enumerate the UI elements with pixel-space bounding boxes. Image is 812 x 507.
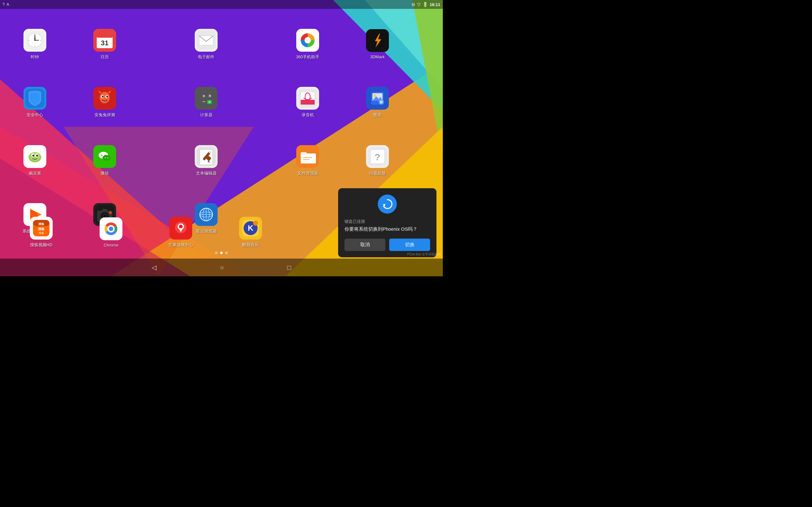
svg-text:+: + (202, 93, 205, 99)
svg-text:视频: 视频 (39, 232, 44, 234)
svg-text:搜狐: 搜狐 (38, 227, 45, 231)
svg-point-69 (101, 155, 102, 156)
app-calculator[interactable]: + × − = 计算器 (190, 87, 222, 118)
security-label: 安全中心 (27, 112, 43, 118)
recorder-label: 录音机 (302, 112, 314, 118)
svg-text:12: 12 (34, 38, 36, 40)
email-icon (195, 29, 217, 52)
battery-full-icon: 🔋 (422, 2, 428, 7)
wechat-icon (93, 145, 116, 168)
3dmark-label: 3DMark (370, 55, 385, 59)
calculator-icon: + × − = (195, 87, 217, 110)
app-wechat[interactable]: 微信 (89, 145, 120, 176)
app-filemanager[interactable]: 文件管理器 (292, 145, 323, 176)
music-icon: K (239, 217, 262, 239)
recorder-icon (296, 87, 319, 110)
wechat-label: 微信 (101, 170, 109, 176)
dialog-app-icon (378, 194, 397, 214)
svg-point-27 (305, 37, 311, 43)
calendar-label: 日历 (101, 54, 109, 60)
app-email[interactable]: 电子邮件 (190, 29, 222, 60)
security-icon (23, 87, 46, 110)
dialog-phoenix-switch: 键盘已连接 你要将系统切换到Phoenix OS吗？ 取消 切换 (338, 188, 437, 257)
faq-label: 问题反馈 (369, 170, 386, 176)
svg-point-72 (107, 157, 108, 158)
app-antutu[interactable]: 安兔兔评测 (89, 87, 120, 118)
app-360[interactable]: 360手机助手 (292, 29, 323, 60)
wandoujia-label: 豌豆荚 (29, 170, 41, 176)
dialog-icon-row (345, 194, 430, 214)
nav-bar: ◁ ○ □ (0, 259, 443, 276)
svg-text:?: ? (374, 152, 380, 162)
app-texteditor[interactable]: 文本编辑器 (190, 145, 222, 176)
svg-point-68 (102, 155, 111, 161)
sohu-label: 搜狐视频HD (30, 242, 53, 248)
gallery-icon (366, 87, 389, 110)
svg-point-65 (36, 155, 38, 157)
question-icon: ? (3, 2, 5, 7)
battery-icon: ⊖ (411, 2, 415, 7)
calculator-label: 计算器 (200, 112, 212, 118)
dialog-confirm-button[interactable]: 切换 (389, 239, 430, 251)
texteditor-label: 文本编辑器 (196, 170, 217, 176)
svg-point-54 (374, 95, 376, 97)
app-gallery[interactable]: 图库 (362, 87, 393, 118)
dialog-cancel-button[interactable]: 取消 (345, 239, 386, 251)
back-button[interactable]: ◁ (152, 264, 156, 271)
app-faq[interactable]: ? 问题反馈 (362, 145, 393, 176)
svg-point-64 (32, 155, 34, 157)
svg-text:搜狐: 搜狐 (38, 222, 44, 226)
calendar-icon: 31 (93, 29, 116, 52)
status-bar: ? A ⊖ ▽ 🔋 16:11 (0, 0, 443, 9)
clock-display: 16:11 (430, 2, 440, 7)
sohu-icon: 搜狐 视频 搜狐 (30, 217, 53, 239)
svg-text:=: = (208, 100, 211, 104)
3dmark-icon (366, 29, 389, 52)
watermark: PCon line 太平洋电脑网 (405, 251, 443, 257)
svg-rect-21 (97, 33, 113, 38)
360-label: 360手机助手 (296, 54, 319, 60)
app-chrome[interactable]: Chrome (95, 217, 127, 247)
faq-icon: ? (366, 145, 389, 168)
svg-point-58 (380, 101, 382, 103)
filemanager-icon (296, 145, 319, 168)
dot-2-active (220, 251, 223, 254)
svg-text:31: 31 (101, 39, 108, 47)
page-dots (215, 251, 228, 254)
clock-icon: 12 (23, 29, 46, 52)
texteditor-icon (195, 145, 217, 168)
app-calendar[interactable]: 31 日历 (89, 29, 120, 60)
app-sohu[interactable]: 搜狐 视频 搜狐 搜狐视频HD (26, 217, 57, 248)
gallery-label: 图库 (373, 112, 382, 118)
home-button[interactable]: ○ (220, 264, 223, 271)
app-security[interactable]: 安全中心 (19, 87, 51, 118)
status-left-icons: ? A (3, 2, 9, 7)
app-clock[interactable]: 12 时钟 (19, 29, 51, 60)
a-icon: A (7, 2, 9, 7)
dialog-buttons: 取消 切换 (345, 239, 430, 251)
app-music[interactable]: K 酷我音乐 (235, 217, 266, 248)
svg-point-35 (102, 96, 104, 98)
app-recorder[interactable]: 录音机 (292, 87, 323, 118)
email-label: 电子邮件 (198, 54, 214, 60)
chrome-label: Chrome (104, 243, 118, 247)
gamecenter-icon (169, 217, 192, 239)
music-label: 酷我音乐 (242, 242, 259, 248)
svg-point-123 (253, 221, 258, 226)
status-right-icons: ⊖ ▽ 🔋 16:11 (411, 2, 440, 7)
app-gamecenter[interactable]: 艺果游戏中心 (165, 217, 197, 248)
dot-1 (215, 251, 217, 254)
svg-point-111 (109, 227, 113, 231)
clock-label: 时钟 (31, 54, 39, 60)
dot-3 (225, 251, 228, 254)
app-wandoujia[interactable]: 豌豆荚 (19, 145, 51, 176)
app-3dmark[interactable]: 3DMark (362, 29, 393, 59)
svg-point-70 (104, 155, 106, 156)
chrome-icon (100, 217, 122, 240)
svg-point-94 (109, 211, 112, 214)
svg-text:×: × (208, 93, 211, 99)
svg-text:−: − (202, 99, 205, 104)
antutu-label: 安兔兔评测 (95, 112, 115, 118)
recent-button[interactable]: □ (287, 264, 291, 271)
svg-point-32 (100, 92, 110, 103)
